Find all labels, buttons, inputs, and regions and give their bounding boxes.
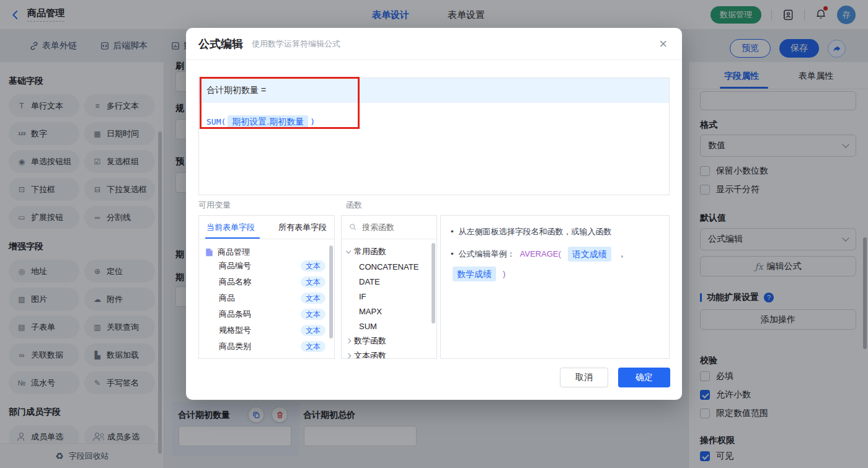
- functions-panel: 常用函数 CONCATENATE DATE IF MAPX SUM 数学函数 文…: [341, 215, 437, 359]
- type-badge: 文本: [301, 260, 326, 272]
- variable-row[interactable]: 商品编号文本: [199, 258, 334, 274]
- document-icon: [205, 248, 213, 257]
- function-search[interactable]: [342, 216, 436, 239]
- function-item[interactable]: IF: [342, 289, 436, 304]
- cancel-button[interactable]: 取消: [560, 368, 608, 387]
- field-token[interactable]: 期初设置.期初数量: [228, 115, 308, 129]
- bullet-icon: •: [451, 226, 454, 238]
- chevron-right-icon: [346, 338, 351, 343]
- function-item[interactable]: SUM: [342, 319, 436, 333]
- functions-caption: 函数: [346, 200, 362, 211]
- scrollbar-thumb[interactable]: [432, 243, 435, 324]
- formula-editor[interactable]: 合计期初数量 = SUM(期初设置.期初数量): [198, 77, 670, 195]
- help-text: 从左侧面板选择字段名和函数，或输入函数: [459, 226, 612, 238]
- function-item[interactable]: MAPX: [342, 304, 436, 319]
- type-badge: 文本: [301, 309, 326, 320]
- type-badge: 文本: [301, 293, 326, 304]
- formula-close-paren: ): [310, 117, 315, 126]
- search-input[interactable]: [362, 223, 424, 232]
- variable-row[interactable]: 规格型号文本: [199, 322, 334, 338]
- variable-row[interactable]: 商品条码文本: [199, 306, 334, 322]
- tree-root-form[interactable]: 商品管理: [199, 239, 334, 258]
- example-function: AVERAGE(: [520, 248, 561, 260]
- variables-panel: 当前表单字段 所有表单字段 商品管理 商品编号文本 商品名称文本 商品文本 商品…: [198, 215, 335, 359]
- app-root: 商品管理 表单设计 表单设置 数据管理 存: [0, 0, 868, 468]
- chevron-right-icon: [346, 353, 351, 358]
- variable-row[interactable]: 商品类别文本: [199, 338, 334, 355]
- field-token: 语文成绩: [568, 247, 611, 262]
- bullet-icon: •: [451, 248, 454, 260]
- function-item[interactable]: CONCATENATE: [342, 259, 436, 274]
- dialog-subtitle: 使用数学运算符编辑公式: [252, 38, 340, 50]
- tab-all-form-fields[interactable]: 所有表单字段: [278, 222, 327, 233]
- type-badge: 文本: [301, 276, 326, 288]
- formula-edit-dialog: 公式编辑 使用数学运算符编辑公式 × 合计期初数量 = SUM(期初设置.期初数…: [186, 28, 682, 400]
- function-group-common[interactable]: 常用函数: [342, 244, 436, 259]
- type-badge: 文本: [301, 341, 326, 352]
- tab-current-form-fields[interactable]: 当前表单字段: [206, 222, 255, 233]
- variables-caption: 可用变量: [198, 200, 231, 211]
- field-token: 数学成绩: [453, 267, 496, 281]
- chevron-down-icon: [346, 248, 351, 253]
- example-close-paren: ): [503, 268, 505, 280]
- variable-row[interactable]: 商品文本: [199, 290, 334, 306]
- search-icon: [349, 223, 357, 231]
- help-panel: • 从左侧面板选择字段名和函数，或输入函数 • 公式编辑举例： AVERAGE(…: [440, 215, 670, 359]
- function-group-text[interactable]: 文本函数: [342, 348, 436, 359]
- type-badge: 文本: [301, 325, 326, 336]
- dialog-title: 公式编辑: [198, 37, 243, 51]
- help-example-prefix: 公式编辑举例：: [459, 248, 515, 260]
- active-tab-indicator: [205, 237, 260, 239]
- formula-expression[interactable]: SUM(期初设置.期初数量): [199, 103, 669, 141]
- formula-target: 合计期初数量 =: [199, 78, 669, 103]
- variables-tabs: 当前表单字段 所有表单字段: [199, 216, 334, 239]
- close-icon[interactable]: ×: [659, 37, 667, 51]
- function-group-math[interactable]: 数学函数: [342, 333, 436, 348]
- dialog-header: 公式编辑 使用数学运算符编辑公式 ×: [186, 28, 682, 60]
- variable-row[interactable]: 商品名称文本: [199, 274, 334, 290]
- confirm-button[interactable]: 确定: [618, 368, 670, 387]
- function-item[interactable]: DATE: [342, 274, 436, 289]
- formula-function: SUM(: [206, 117, 226, 126]
- comma: ，: [618, 248, 626, 260]
- scrollbar-thumb[interactable]: [329, 245, 333, 338]
